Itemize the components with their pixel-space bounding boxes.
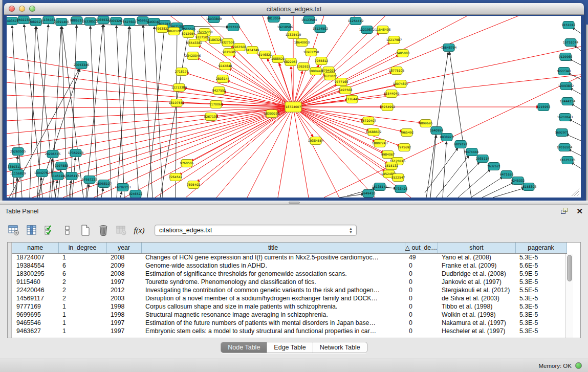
graph-edge[interactable] bbox=[443, 142, 446, 198]
table-row[interactable]: 1872400712008Changes of HCN gene express… bbox=[12, 253, 567, 261]
memory-status-indicator[interactable] bbox=[575, 362, 582, 369]
graph-node[interactable]: 8938923 bbox=[440, 134, 454, 141]
table-cell[interactable]: 1997 bbox=[106, 278, 141, 286]
graph-edge[interactable] bbox=[278, 107, 293, 198]
table-cell[interactable]: 6 bbox=[58, 261, 106, 270]
graph-node[interactable]: 9886210 bbox=[70, 17, 84, 25]
table-cell[interactable]: 1 bbox=[58, 311, 106, 319]
graph-node[interactable]: 8267130 bbox=[204, 113, 218, 121]
graph-node[interactable]: 17957223 bbox=[82, 176, 98, 184]
table-cell[interactable]: 1997 bbox=[106, 319, 141, 327]
graph-edge[interactable] bbox=[71, 25, 77, 198]
table-cell[interactable]: Wolkin et al. (1998) bbox=[438, 311, 515, 319]
table-cell[interactable]: 9777169 bbox=[12, 302, 58, 311]
select-rows-button[interactable] bbox=[43, 224, 56, 237]
graph-node[interactable]: 1990448 bbox=[309, 68, 323, 75]
graph-node[interactable]: 17359928 bbox=[68, 149, 84, 157]
new-table-button[interactable] bbox=[79, 224, 92, 237]
graph-node[interactable]: 9129966 bbox=[559, 53, 573, 61]
graph-node[interactable]: 8186328 bbox=[208, 36, 222, 44]
graph-edge[interactable] bbox=[493, 188, 524, 198]
graph-node[interactable]: 18124502 bbox=[313, 25, 329, 33]
graph-node[interactable]: 1640954 bbox=[430, 127, 444, 135]
graph-edge[interactable] bbox=[86, 25, 103, 198]
graph-node[interactable]: 18640910 bbox=[294, 39, 310, 47]
graph-node[interactable]: 18300295 bbox=[264, 110, 280, 118]
graph-node[interactable]: 18724007 bbox=[285, 102, 301, 112]
table-row[interactable]: 977716911998Corpus callosum shape and si… bbox=[12, 302, 567, 311]
table-cell[interactable]: 1998 bbox=[106, 302, 141, 311]
select-columns-button[interactable] bbox=[25, 224, 38, 237]
table-cell[interactable]: Structural magnetic resonance image aver… bbox=[141, 311, 405, 319]
graph-edge[interactable] bbox=[458, 169, 490, 198]
graph-edge[interactable] bbox=[482, 183, 514, 198]
graph-edge[interactable] bbox=[570, 88, 581, 94]
table-cell[interactable]: 18300295 bbox=[12, 270, 58, 278]
table-cell[interactable]: 0 bbox=[405, 286, 438, 294]
graph-node[interactable]: 2935114 bbox=[476, 155, 490, 163]
table-cell[interactable]: Changes of HCN gene expression and I(f) … bbox=[141, 253, 405, 261]
graph-edge[interactable] bbox=[186, 73, 293, 107]
graph-edge[interactable] bbox=[7, 107, 293, 108]
table-cell[interactable]: 5.3E-5 bbox=[515, 311, 567, 319]
table-row[interactable]: 969969511998Structural magnetic resonanc… bbox=[12, 311, 567, 319]
graph-edge[interactable] bbox=[569, 149, 581, 156]
graph-node[interactable]: 9227343 bbox=[557, 68, 571, 75]
graph-node[interactable]: 20053346 bbox=[74, 61, 90, 69]
graph-node[interactable]: 1170066 bbox=[209, 101, 223, 108]
graph-node[interactable]: 12213389 bbox=[171, 84, 187, 92]
graph-node[interactable]: 9297588 bbox=[55, 162, 69, 170]
graph-node[interactable]: 9760506 bbox=[180, 160, 194, 167]
graph-node[interactable]: 23420046 bbox=[185, 52, 201, 60]
table-cell[interactable]: Embryonic stem cells: a model to study s… bbox=[141, 327, 405, 335]
table-cell[interactable]: 19384554 bbox=[12, 261, 58, 270]
panel-splitter[interactable] bbox=[0, 201, 588, 205]
graph-node[interactable]: 10688609 bbox=[366, 128, 382, 136]
graph-node[interactable]: 1621022 bbox=[323, 73, 337, 80]
table-cell[interactable]: Estimation of significance thresholds fo… bbox=[141, 270, 405, 278]
graph-node[interactable]: 9875685 bbox=[223, 49, 236, 56]
graph-edge[interactable] bbox=[7, 95, 293, 107]
tab-node-table[interactable]: Node Table bbox=[221, 342, 267, 353]
graph-node[interactable]: 20691406 bbox=[54, 18, 70, 26]
graph-edge[interactable] bbox=[52, 27, 61, 198]
close-panel-icon[interactable]: ✕ bbox=[576, 208, 583, 215]
graph-node[interactable]: 8813054 bbox=[267, 16, 281, 23]
table-cell[interactable]: Estimation of the future numbers of pati… bbox=[141, 319, 405, 327]
graph-edge[interactable] bbox=[197, 58, 293, 107]
table-cell[interactable]: 5.3E-5 bbox=[515, 319, 567, 327]
graph-node[interactable]: 15954992 bbox=[380, 103, 396, 111]
table-cell[interactable]: Dudbridge et al. (2008) bbox=[438, 270, 515, 278]
graph-node[interactable]: 15720407 bbox=[361, 117, 377, 125]
graph-edge[interactable] bbox=[566, 135, 581, 141]
graph-node[interactable]: 11156829 bbox=[10, 170, 26, 178]
graph-node[interactable]: 15123504 bbox=[301, 16, 317, 24]
graph-node[interactable]: 7485083 bbox=[396, 50, 410, 57]
table-cell[interactable]: 5.3E-5 bbox=[515, 278, 567, 286]
table-cell[interactable]: 5.6E-5 bbox=[515, 261, 567, 270]
table-cell[interactable]: 1 bbox=[58, 302, 106, 311]
table-cell[interactable]: Investigating the contribution of common… bbox=[141, 286, 405, 294]
table-cell[interactable]: 2008 bbox=[106, 253, 141, 261]
graph-edge[interactable] bbox=[101, 188, 103, 198]
table-cell[interactable]: de Silva et al. (2003) bbox=[438, 294, 515, 302]
graph-node[interactable]: 16782753 bbox=[115, 184, 131, 191]
table-cell[interactable]: Franke et al. (2009) bbox=[438, 261, 515, 270]
table-cell[interactable]: 0 bbox=[405, 319, 438, 327]
table-cell[interactable]: 0 bbox=[405, 261, 438, 270]
table-cell[interactable]: Tibbo et al. (1998) bbox=[438, 302, 515, 311]
table-row[interactable]: 1830029562008Estimation of significance … bbox=[12, 270, 567, 278]
graph-node[interactable]: 12444154 bbox=[560, 98, 576, 105]
graph-node[interactable]: 7955812 bbox=[315, 57, 329, 65]
table-cell[interactable]: 9465546 bbox=[12, 319, 58, 327]
table-cell[interactable]: Nakamura et al. (1997) bbox=[438, 319, 515, 327]
function-builder-button[interactable]: f(x) bbox=[133, 224, 146, 237]
column-header-out_de[interactable]: △ out_de… bbox=[405, 243, 438, 253]
graph-node[interactable]: 10074877 bbox=[393, 80, 409, 88]
resize-grip-icon[interactable] bbox=[572, 188, 579, 196]
table-cell[interactable]: 9115460 bbox=[12, 278, 58, 286]
table-cell[interactable]: 2 bbox=[58, 286, 106, 294]
table-cell[interactable]: 14569117 bbox=[12, 294, 58, 302]
graph-node[interactable]: 8860128 bbox=[167, 28, 181, 35]
table-cell[interactable]: Disruption of a novel member of a sodium… bbox=[141, 294, 405, 302]
